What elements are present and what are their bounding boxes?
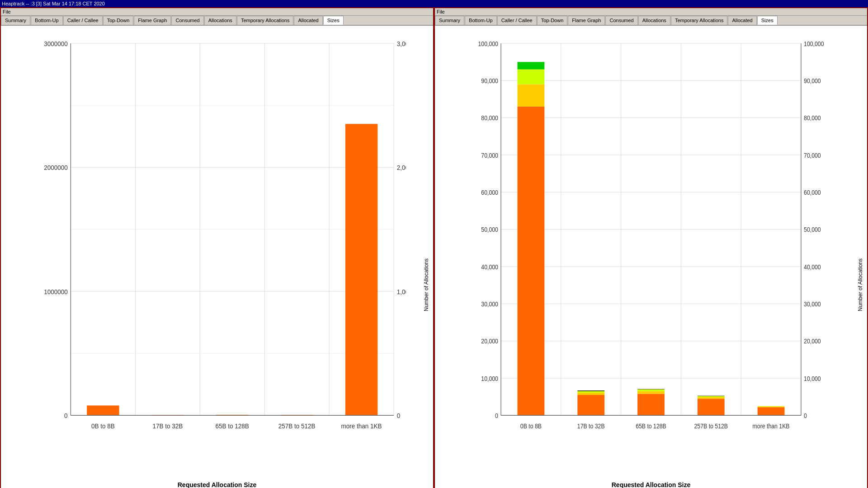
svg-rect-89: [698, 396, 725, 397]
svg-text:10,000: 10,000: [481, 375, 498, 382]
svg-text:70,000: 70,000: [481, 152, 498, 159]
svg-text:1000000: 1000000: [44, 288, 68, 296]
left-panel-menu[interactable]: File: [1, 8, 433, 16]
svg-text:60,000: 60,000: [804, 189, 821, 196]
svg-text:3000000: 3000000: [44, 40, 68, 47]
tab-allocated[interactable]: Allocated: [294, 16, 322, 25]
tab-consumed[interactable]: Consumed: [605, 16, 637, 25]
tab-allocations[interactable]: Allocations: [204, 16, 236, 25]
right-chart-svg: 0010,00010,00020,00020,00030,00030,00040…: [462, 30, 840, 455]
svg-text:3,000,000: 3,000,000: [397, 40, 406, 47]
svg-rect-87: [698, 399, 725, 415]
svg-rect-80: [577, 390, 604, 391]
tab-sizes[interactable]: Sizes: [757, 16, 778, 25]
svg-text:80,000: 80,000: [804, 114, 821, 122]
svg-text:more than 1KB: more than 1KB: [341, 422, 382, 430]
svg-rect-84: [637, 389, 665, 391]
tab-caller--callee[interactable]: Caller / Callee: [63, 16, 103, 25]
right-x-axis-label: Requested Allocation Size: [612, 481, 691, 488]
svg-text:100,000: 100,000: [804, 40, 824, 47]
svg-text:65B to 128B: 65B to 128B: [216, 422, 249, 430]
svg-text:10,000: 10,000: [804, 375, 821, 382]
svg-text:0B to 8B: 0B to 8B: [520, 422, 542, 430]
tab-summary[interactable]: Summary: [1, 16, 30, 25]
left-x-axis-label: Requested Allocation Size: [178, 481, 257, 488]
svg-rect-74: [518, 70, 545, 84]
tab-summary[interactable]: Summary: [435, 16, 464, 25]
tab-bottom-up[interactable]: Bottom-Up: [31, 16, 63, 25]
svg-text:50,000: 50,000: [481, 226, 498, 233]
svg-text:60,000: 60,000: [481, 189, 498, 196]
tab-allocated[interactable]: Allocated: [728, 16, 756, 25]
svg-text:0: 0: [397, 412, 401, 420]
svg-text:2000000: 2000000: [44, 164, 68, 172]
svg-text:1,000,000: 1,000,000: [397, 288, 406, 296]
svg-text:0: 0: [804, 412, 807, 419]
tab-sizes[interactable]: Sizes: [323, 16, 344, 25]
svg-text:80,000: 80,000: [481, 114, 498, 122]
svg-rect-85: [637, 389, 665, 389]
svg-rect-92: [758, 407, 785, 415]
svg-text:0B to 8B: 0B to 8B: [91, 422, 115, 430]
svg-rect-72: [518, 107, 545, 415]
svg-text:0: 0: [495, 412, 498, 419]
svg-rect-90: [698, 396, 725, 396]
svg-rect-17: [87, 405, 119, 415]
right-y-axis-label: Number of Allocations: [857, 258, 863, 311]
tab-temporary-allocations[interactable]: Temporary Allocations: [671, 16, 728, 25]
svg-rect-77: [577, 395, 604, 415]
svg-text:20,000: 20,000: [804, 338, 821, 345]
title-text: Heaptrack -- :3 [3] Sat Mar 14 17:18 CET…: [2, 1, 105, 6]
svg-rect-73: [518, 84, 545, 106]
svg-rect-82: [637, 394, 665, 416]
svg-text:90,000: 90,000: [804, 77, 821, 84]
svg-text:17B to 32B: 17B to 32B: [152, 422, 183, 430]
svg-rect-79: [577, 391, 604, 393]
svg-text:20,000: 20,000: [481, 338, 498, 345]
svg-rect-88: [698, 397, 725, 399]
tab-consumed[interactable]: Consumed: [171, 16, 203, 25]
tab-temporary-allocations[interactable]: Temporary Allocations: [237, 16, 294, 25]
svg-rect-93: [758, 407, 785, 408]
right-panel-menu[interactable]: File: [435, 8, 867, 16]
tab-caller--callee[interactable]: Caller / Callee: [497, 16, 537, 25]
svg-text:40,000: 40,000: [804, 263, 821, 271]
tab-top-down[interactable]: Top-Down: [103, 16, 134, 25]
left-chart-svg: 01000000200000030000000B to 8B17B to 32B…: [28, 30, 406, 455]
svg-text:2,000,000: 2,000,000: [397, 164, 406, 172]
tab-flame-graph[interactable]: Flame Graph: [134, 16, 171, 25]
svg-text:90,000: 90,000: [481, 77, 498, 84]
left-y-axis-label: Number of Allocations: [423, 258, 429, 311]
svg-text:0: 0: [64, 412, 68, 420]
svg-rect-25: [345, 124, 377, 415]
svg-text:50,000: 50,000: [804, 226, 821, 233]
svg-text:257B to 512B: 257B to 512B: [694, 422, 728, 430]
right-panel: File SummaryBottom-UpCaller / CalleeTop-…: [434, 7, 868, 488]
right-chart-area: 0010,00010,00020,00020,00030,00030,00040…: [435, 26, 867, 488]
svg-rect-83: [637, 391, 665, 394]
svg-text:30,000: 30,000: [804, 300, 821, 308]
tab-flame-graph[interactable]: Flame Graph: [568, 16, 605, 25]
left-panel: File SummaryBottom-UpCaller / CalleeTop-…: [0, 7, 434, 488]
svg-text:17B to 32B: 17B to 32B: [577, 422, 605, 430]
svg-rect-94: [758, 406, 785, 407]
svg-text:65B to 128B: 65B to 128B: [636, 422, 666, 430]
svg-text:257B to 512B: 257B to 512B: [278, 422, 316, 430]
svg-text:40,000: 40,000: [481, 263, 498, 271]
svg-text:30,000: 30,000: [481, 300, 498, 308]
left-tab-bar: SummaryBottom-UpCaller / CalleeTop-DownF…: [1, 16, 433, 26]
svg-text:more than 1KB: more than 1KB: [753, 422, 790, 430]
right-tab-bar: SummaryBottom-UpCaller / CalleeTop-DownF…: [435, 16, 867, 26]
left-chart-area: 01000000200000030000000B to 8B17B to 32B…: [1, 26, 433, 488]
tab-bottom-up[interactable]: Bottom-Up: [465, 16, 497, 25]
svg-rect-75: [518, 62, 545, 69]
svg-rect-78: [577, 393, 604, 395]
tab-top-down[interactable]: Top-Down: [537, 16, 568, 25]
main-container: File SummaryBottom-UpCaller / CalleeTop-…: [0, 7, 868, 488]
title-bar: Heaptrack -- :3 [3] Sat Mar 14 17:18 CET…: [0, 0, 868, 7]
tab-allocations[interactable]: Allocations: [638, 16, 670, 25]
svg-text:100,000: 100,000: [478, 40, 498, 47]
svg-text:70,000: 70,000: [804, 152, 821, 159]
